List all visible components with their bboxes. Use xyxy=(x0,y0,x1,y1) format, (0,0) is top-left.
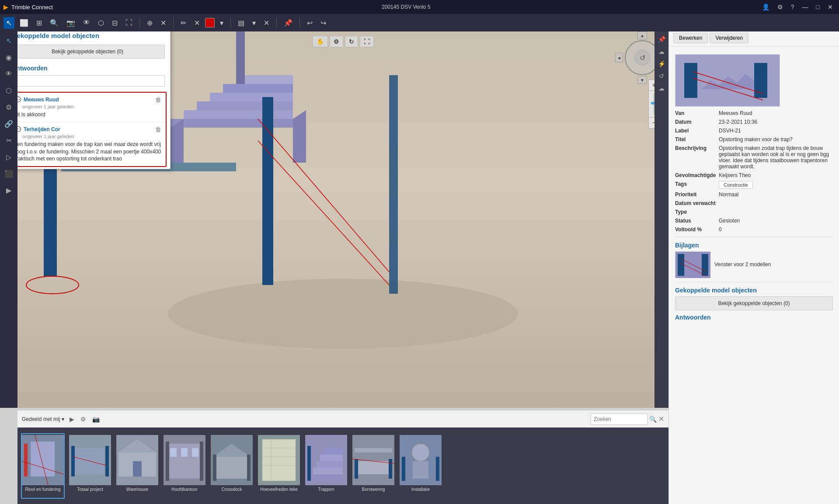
select-tool-btn[interactable]: ↖ xyxy=(3,17,14,29)
orbit-btn[interactable]: ⚙ xyxy=(330,36,343,47)
answer-input[interactable] xyxy=(10,75,165,87)
sidebar-run-btn[interactable]: ▶ xyxy=(1,183,16,198)
expand-btn[interactable]: ⛶ xyxy=(123,17,135,28)
van-label: Van xyxy=(675,110,719,116)
box-select-btn[interactable]: ⬜ xyxy=(17,17,31,29)
undo-btn[interactable]: ↩ xyxy=(304,17,315,29)
sidebar-link-btn[interactable]: 🔗 xyxy=(1,116,16,131)
user-icon-btn[interactable]: 👤 xyxy=(759,3,772,11)
nav-up-btn[interactable]: ▲ xyxy=(637,31,647,39)
left-sidebar: ↖ ◉ 👁 ⬡ ⚙ 🔗 ✂ ▷ ⬛ ▶ xyxy=(0,31,17,408)
far-right-btn-5[interactable]: ☁ xyxy=(657,83,666,94)
sidebar-eye-btn[interactable]: 👁 xyxy=(1,66,16,81)
nav-reset-btn[interactable]: ↺ xyxy=(634,50,650,66)
voltooid-label: Voltooid % xyxy=(675,226,719,233)
play-bottom-btn[interactable]: ▶ xyxy=(69,415,75,424)
cancel-btn-2[interactable]: ✕ xyxy=(191,17,202,29)
camera-view-btn[interactable]: 📷 xyxy=(64,17,78,29)
thumb-label-crossdock: Crossdock xyxy=(211,487,253,492)
comment-delete-btn-1[interactable]: 🗑 xyxy=(155,96,161,103)
thumb-trappen[interactable]: Trappen xyxy=(304,433,348,499)
close-btn[interactable]: ✕ xyxy=(825,3,836,11)
beschrijving-value: Opstorting maken zodat trap tijdens de b… xyxy=(719,145,833,170)
sidebar-circle-btn[interactable]: ◉ xyxy=(1,50,16,65)
cross-select-btn[interactable]: ⊞ xyxy=(34,17,45,29)
todo-btn[interactable]: 📌 xyxy=(281,17,295,29)
toolbar: ↖ ⬜ ⊞ 🔍 📷 👁 ⬡ ⊟ ⛶ ⊕ ✕ ✏ ✕ ▾ ▤ ▾ ✕ 📌 ↩ ↪ xyxy=(0,14,839,31)
right-gekoppelde-btn[interactable]: Bekijk gekoppelde objecten (0) xyxy=(675,296,833,310)
sidebar-cube-btn[interactable]: ⬡ xyxy=(1,83,16,98)
thumb-warehouse[interactable]: Warehouse xyxy=(115,433,159,499)
comment-delete-btn-2[interactable]: 🗑 xyxy=(155,126,161,133)
panel-btn[interactable]: ▤ xyxy=(235,17,247,29)
thumb-hoeveelheden[interactable]: Hoeveelheden teke xyxy=(257,433,301,499)
far-right-btn-2[interactable]: ☁ xyxy=(657,46,666,57)
shared-dropdown-btn[interactable]: Gedeeld met mij ▾ xyxy=(22,416,64,422)
svg-rect-57 xyxy=(262,439,296,481)
sidebar-play-btn[interactable]: ▷ xyxy=(1,149,16,164)
comment-time-2: ongeveer 1 jaar geleden xyxy=(22,134,161,139)
sidebar-settings-btn[interactable]: ⚙ xyxy=(1,100,16,115)
draw-btn[interactable]: ✏ xyxy=(178,17,189,29)
redo-btn[interactable]: ↪ xyxy=(318,17,329,29)
search-close-btn[interactable]: ✕ xyxy=(658,415,664,423)
thumb-hoofdkantoor[interactable]: Hoofdkantoor xyxy=(163,433,206,499)
nav-left-btn[interactable]: ◄ xyxy=(615,53,623,63)
search-input[interactable] xyxy=(591,414,648,425)
chevron-color-btn[interactable]: ▾ xyxy=(217,17,226,29)
settings-title-btn[interactable]: ⚙ xyxy=(775,3,786,11)
settings-bottom-btn[interactable]: ⚙ xyxy=(80,415,87,424)
svg-rect-1 xyxy=(171,119,293,128)
thumb-svg-installatie xyxy=(400,435,442,485)
verwijderen-btn[interactable]: Verwijderen xyxy=(710,33,748,43)
svg-rect-32 xyxy=(31,441,55,476)
thumb-installatie[interactable]: Installatie xyxy=(399,433,442,499)
separator-2 xyxy=(173,17,174,28)
color-picker-btn[interactable] xyxy=(205,18,215,28)
eyedropper-btn[interactable]: 🔍 xyxy=(47,17,61,29)
thumb-totaal[interactable]: Totaal project xyxy=(68,433,112,499)
svg-rect-79 xyxy=(436,457,439,481)
attachment-row: Venster voor 2 modellen xyxy=(675,251,833,278)
eye-btn[interactable]: 👁 xyxy=(80,17,93,28)
cancel-btn-1[interactable]: ✕ xyxy=(158,17,169,29)
fit-btn[interactable]: ⛶ xyxy=(360,36,374,47)
thumb-riool[interactable]: Riool en fundering xyxy=(21,433,65,499)
datum-value: 23-2-2021 10:36 xyxy=(719,119,833,125)
help-btn[interactable]: ? xyxy=(788,3,797,11)
sidebar-clip-btn[interactable]: ✂ xyxy=(1,133,16,148)
status-value: Gesloten xyxy=(719,218,833,224)
maximize-btn[interactable]: □ xyxy=(814,3,822,11)
svg-rect-38 xyxy=(105,446,109,476)
cube-btn[interactable]: ⬡ xyxy=(95,17,107,29)
target-btn[interactable]: ⊕ xyxy=(144,17,155,29)
sidebar-select-btn[interactable]: ↖ xyxy=(1,33,16,48)
far-right-btn-4[interactable]: ↺ xyxy=(657,71,666,81)
chevron-panel-btn[interactable]: ▾ xyxy=(250,17,258,29)
gekoppelde-popup: Gekoppelde model objecten Bekijk gekoppe… xyxy=(4,26,171,169)
layers-btn[interactable]: ⊟ xyxy=(109,17,120,29)
thumb-crossdock[interactable]: Crossdock xyxy=(210,433,254,499)
cancel-btn-3[interactable]: ✕ xyxy=(261,17,272,29)
thumb-borstwering[interactable]: Borstwering xyxy=(352,433,395,499)
thumb-svg-riool xyxy=(22,435,64,485)
far-right-btn-1[interactable]: 📌 xyxy=(656,34,667,45)
far-right-btn-3[interactable]: ⚡ xyxy=(656,59,667,69)
view-gekoppelde-btn[interactable]: Bekijk gekoppelde objecten (0) xyxy=(10,45,165,59)
pan-btn[interactable]: ✋ xyxy=(313,36,328,47)
separator-1 xyxy=(139,17,140,28)
thumb-label-warehouse: Warehouse xyxy=(116,487,158,492)
tags-value: Constructie xyxy=(719,181,833,189)
svg-rect-37 xyxy=(71,446,75,476)
search-btn[interactable]: 🔍 xyxy=(649,416,657,423)
nav-down-btn[interactable]: ▼ xyxy=(637,76,647,84)
bewerken-btn[interactable]: Bewerken xyxy=(673,33,708,43)
rotate-btn[interactable]: ↻ xyxy=(345,36,358,47)
minimize-btn[interactable]: — xyxy=(800,3,811,11)
camera-bottom-btn[interactable]: 📷 xyxy=(91,415,101,424)
svg-rect-55 xyxy=(247,455,251,481)
right-panel-content[interactable]: Van Meeuws Ruud Datum 23-2-2021 10:36 La… xyxy=(669,46,839,504)
sidebar-object-btn[interactable]: ⬛ xyxy=(1,166,16,181)
comment-user-1: 💬 Meeuws Ruud xyxy=(14,96,59,103)
svg-line-15 xyxy=(258,119,389,272)
